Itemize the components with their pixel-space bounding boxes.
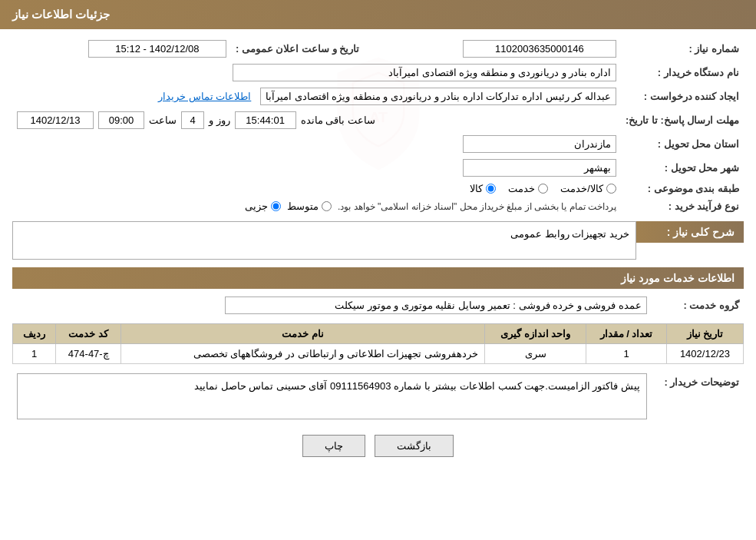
tabaqe-radio-group: کالا/خدمت خدمت کالا (17, 183, 616, 194)
shomara-niaz-label: شماره نیاز : (621, 37, 744, 61)
print-button[interactable]: چاپ (302, 435, 365, 457)
page-title: جزئیات اطلاعات نیاز (12, 8, 110, 21)
tosaif-text: پیش فاکتور الزامیست.جهت کسب اطلاعات بیشت… (194, 380, 640, 392)
col-kod-khadmat: کد خدمت (56, 324, 121, 344)
khadamat-section-label: اطلاعات خدمات مورد نیاز (621, 272, 735, 284)
gorohe-khadmat-value: عمده فروشی و خرده فروشی : تعمیر وسایل نق… (12, 293, 652, 317)
cell-radif: 1 (13, 344, 56, 364)
radio-khadmat-input[interactable] (538, 184, 548, 194)
radio-khadmat-label: خدمت (508, 183, 535, 194)
tosaif-value: پیش فاکتور الزامیست.جهت کسب اطلاعات بیشت… (12, 370, 652, 422)
shomara-niaz-input: 1102003635000146 (463, 40, 616, 58)
page-header: جزئیات اطلاعات نیاز (0, 0, 756, 29)
ijad-konande-value: عبداله کر رئیس اداره تدارکات اداره بنادر… (12, 84, 621, 108)
nam-dastgah-input: اداره بنادر و دریانوردی و منطقه ویژه اقت… (233, 64, 616, 81)
saat-label: ساعت (149, 114, 177, 126)
row-tabaqe: طبقه بندی موضوعی : کالا/خدمت خدمت (12, 180, 744, 197)
col-tedad: تعداد / مقدار (586, 324, 667, 344)
services-table-header-row: تاریخ نیاز تعداد / مقدار واحد اندازه گیر… (13, 324, 744, 344)
ostan-input: مازندران (463, 135, 616, 153)
row-nam-dastgah: نام دستگاه خریدار : اداره بنادر و دریانو… (12, 61, 744, 84)
tabaqe-radios: کالا/خدمت خدمت کالا (12, 180, 621, 197)
roz-label: روز و (209, 114, 230, 126)
ostan-label: استان محل تحویل : (621, 132, 744, 156)
shomara-niaz-value: 1102003635000146 (379, 37, 621, 61)
shahr-label: شهر محل تحویل : (621, 156, 744, 180)
col-vahed: واحد اندازه گیری (485, 324, 586, 344)
radio-kala-khadmat-input[interactable] (606, 184, 616, 194)
roz-value: 4 (181, 111, 204, 129)
baqi-saat-label: ساعت باقی مانده (301, 114, 375, 126)
sharh-section-wrapper: شرح کلی نیاز : خرید تجهیزات روابط عمومی (12, 221, 744, 260)
row-nove-farayand: نوع فرآیند خرید : پرداخت تمام یا بخشی از… (12, 197, 744, 215)
cell-kod-khadmat: چ-47-474 (56, 344, 121, 364)
sharh-value: خرید تجهیزات روابط عمومی (510, 228, 629, 240)
cell-tedad: 1 (586, 344, 667, 364)
tarikh-value: 1402/12/08 - 15:12 (12, 37, 231, 61)
mohlat-value: ساعت باقی مانده 15:44:01 روز و 4 ساعت 09… (12, 108, 621, 132)
row-shahr: شهر محل تحویل : بهشهر (12, 156, 744, 180)
tosaif-label: توضیحات خریدار : (652, 370, 744, 422)
radio-motavasset-input[interactable] (322, 201, 332, 211)
page-wrapper: جزئیات اطلاعات نیاز AT شماره نیاز : 1102… (0, 0, 756, 540)
row-mohlat: مهلت ارسال پاسخ: تا تاریخ: ساعت باقی مان… (12, 108, 744, 132)
khadamat-section-header: اطلاعات خدمات مورد نیاز (12, 267, 744, 289)
row-tosaif: توضیحات خریدار : پیش فاکتور الزامیست.جهت… (12, 370, 744, 422)
mohlat-label: مهلت ارسال پاسخ: تا تاریخ: (621, 108, 744, 132)
radio-kala-khadmat-label: کالا/خدمت (560, 183, 603, 194)
services-table: تاریخ نیاز تعداد / مقدار واحد اندازه گیر… (12, 323, 744, 364)
radio-motavasset-label: متوسط (287, 200, 319, 212)
nove-farayand-note: پرداخت تمام یا بخشی از مبلغ خریداز محل "… (338, 201, 616, 212)
row-gorohe-khadmat: گروه خدمت : عمده فروشی و خرده فروشی : تع… (12, 293, 744, 317)
nam-dastgah-label: نام دستگاه خریدار : (621, 61, 744, 84)
radio-kala-label: کالا (470, 183, 483, 194)
info-table: شماره نیاز : 1102003635000146 تاریخ و سا… (12, 37, 744, 215)
cell-nam-khadmat: خردهفروشی تجهیزات اطلاعاتی و ارتباطاتی د… (121, 344, 485, 364)
tarikh-label: تاریخ و ساعت اعلان عمومی : (231, 37, 364, 61)
nove-radio-group: پرداخت تمام یا بخشی از مبلغ خریداز محل "… (17, 200, 616, 212)
radio-khadmat[interactable]: خدمت (508, 183, 548, 194)
nove-farayand-label: نوع فرآیند خرید : (621, 197, 744, 215)
sharh-box: خرید تجهیزات روابط عمومی (12, 221, 636, 260)
tosaif-table: توضیحات خریدار : پیش فاکتور الزامیست.جهت… (12, 370, 744, 422)
row-ostan: استان محل تحویل : مازندران (12, 132, 744, 156)
main-content: AT شماره نیاز : 1102003635000146 تاریخ و… (0, 29, 756, 477)
gorohe-khadmat-input: عمده فروشی و خرده فروشی : تعمیر وسایل نق… (225, 297, 647, 314)
mohlat-row: ساعت باقی مانده 15:44:01 روز و 4 ساعت 09… (17, 111, 616, 129)
tarikh-input: 1402/12/08 - 15:12 (88, 40, 226, 58)
radio-jozi-label: جزیی (245, 200, 268, 212)
saat-value: 09:00 (98, 111, 144, 129)
gorohe-khadmat-label: گروه خدمت : (652, 293, 744, 317)
baqi-saat-value: 15:44:01 (235, 111, 296, 129)
col-tarikh-niaz: تاریخ نیاز (666, 324, 743, 344)
sharh-section-label: شرح کلی نیاز : (667, 226, 735, 238)
radio-kala-input[interactable] (486, 184, 496, 194)
shahr-value: بهشهر (12, 156, 621, 180)
cell-vahed: سری (485, 344, 586, 364)
col-nam-khadmat: نام خدمت (121, 324, 485, 344)
buttons-row: بازگشت چاپ (12, 435, 744, 457)
ijad-konande-text: عبداله کر رئیس اداره تدارکات اداره بنادر… (260, 88, 616, 105)
col-radif: ردیف (13, 324, 56, 344)
row-shomara: شماره نیاز : 1102003635000146 تاریخ و سا… (12, 37, 744, 61)
ijad-konande-label: ایجاد کننده درخواست : (621, 84, 744, 108)
radio-kala[interactable]: کالا (470, 183, 496, 194)
tamas-khardar-link[interactable]: اطلاعات تماس خریدار (158, 91, 251, 102)
mohlat-date-value: 1402/12/13 (17, 111, 94, 129)
radio-kala-khadmat[interactable]: کالا/خدمت (560, 183, 616, 194)
cell-tarikh: 1402/12/23 (666, 344, 743, 364)
ostan-value: مازندران (12, 132, 621, 156)
radio-jozi-input[interactable] (271, 201, 281, 211)
services-table-body: 1402/12/23 1 سری خردهفروشی تجهیزات اطلاع… (13, 344, 744, 364)
radio-jozi[interactable]: جزیی (245, 200, 281, 212)
services-table-head: تاریخ نیاز تعداد / مقدار واحد اندازه گیر… (13, 324, 744, 344)
nove-farayand-content: پرداخت تمام یا بخشی از مبلغ خریداز محل "… (12, 197, 621, 215)
khadmat-info-table: گروه خدمت : عمده فروشی و خرده فروشی : تع… (12, 293, 744, 317)
shahr-input: بهشهر (463, 159, 616, 177)
tosaif-box: پیش فاکتور الزامیست.جهت کسب اطلاعات بیشت… (17, 373, 647, 419)
back-button[interactable]: بازگشت (375, 435, 454, 457)
nam-dastgah-value: اداره بنادر و دریانوردی و منطقه ویژه اقت… (12, 61, 621, 84)
radio-motavasset[interactable]: متوسط (287, 200, 332, 212)
tabaqe-label: طبقه بندی موضوعی : (621, 180, 744, 197)
table-row: 1402/12/23 1 سری خردهفروشی تجهیزات اطلاع… (13, 344, 744, 364)
